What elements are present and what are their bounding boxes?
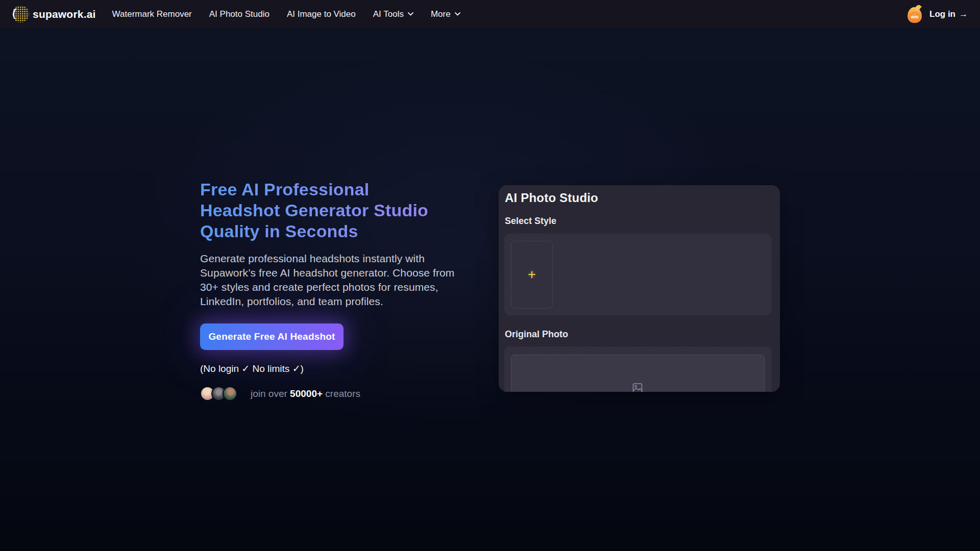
creator-count: 50000+	[290, 388, 323, 399]
title-line-3: Quality in Seconds	[200, 221, 472, 242]
style-list-panel: +	[504, 234, 772, 315]
ai-photo-studio-card: AI Photo Studio Select Style + Original …	[499, 185, 780, 392]
card-title: AI Photo Studio	[505, 191, 598, 205]
hero-subtitle: Generate professional headshots instantl…	[200, 252, 472, 309]
nav-item-label: AI Image to Video	[287, 9, 356, 19]
login-button[interactable]: Log in →	[929, 9, 968, 19]
title-line-2: Headshot Generator Studio	[200, 200, 472, 221]
nav-item-label: More	[431, 9, 451, 19]
win-badge[interactable]: WIN	[907, 6, 922, 23]
add-style-tile[interactable]: +	[511, 241, 553, 309]
social-proof-prefix: join over	[251, 388, 287, 399]
chevron-down-icon	[455, 12, 460, 16]
title-line-1: Free AI Professional	[200, 179, 472, 200]
nav-right: WIN Log in →	[907, 6, 968, 23]
plus-icon: +	[528, 268, 536, 282]
nav-item-watermark-remover[interactable]: Watermark Remover	[112, 9, 192, 19]
select-style-label: Select Style	[505, 216, 556, 227]
social-proof-text: join over 50000+ creators	[251, 388, 360, 399]
logo[interactable]: supawork.ai	[12, 6, 96, 22]
social-proof: join over 50000+ creators	[200, 386, 472, 401]
image-upload-icon	[631, 382, 645, 392]
logo-text: supawork.ai	[33, 8, 96, 20]
arrow-right-icon: →	[959, 9, 968, 19]
nav-item-ai-tools[interactable]: AI Tools	[373, 9, 413, 19]
nav-item-ai-image-to-video[interactable]: AI Image to Video	[287, 9, 356, 19]
page-title: Free AI Professional Headshot Generator …	[200, 179, 472, 242]
original-photo-panel	[504, 346, 772, 392]
hero-section: Free AI Professional Headshot Generator …	[200, 179, 472, 401]
avatar	[223, 386, 237, 401]
login-label: Log in	[929, 9, 955, 19]
nav-item-ai-photo-studio[interactable]: AI Photo Studio	[209, 9, 270, 19]
nav-item-label: AI Photo Studio	[209, 9, 270, 19]
social-proof-suffix: creators	[325, 388, 360, 399]
photo-upload-dropzone[interactable]	[511, 355, 765, 392]
nav-item-label: Watermark Remover	[112, 9, 192, 19]
nav-item-more[interactable]: More	[431, 9, 460, 19]
logo-globe-icon	[12, 6, 29, 22]
no-login-note: (No login ✓ No limits ✓)	[200, 363, 472, 374]
win-badge-label: WIN	[910, 12, 920, 22]
chevron-down-icon	[408, 12, 413, 16]
page: supawork.ai Watermark Remover AI Photo S…	[0, 0, 980, 551]
nav-item-label: AI Tools	[373, 9, 404, 19]
creator-avatars	[200, 386, 237, 401]
navbar: supawork.ai Watermark Remover AI Photo S…	[0, 0, 980, 28]
nav-menu: Watermark Remover AI Photo Studio AI Ima…	[112, 9, 460, 19]
generate-headshot-button[interactable]: Generate Free AI Headshot	[200, 323, 344, 350]
original-photo-label: Original Photo	[505, 329, 568, 340]
